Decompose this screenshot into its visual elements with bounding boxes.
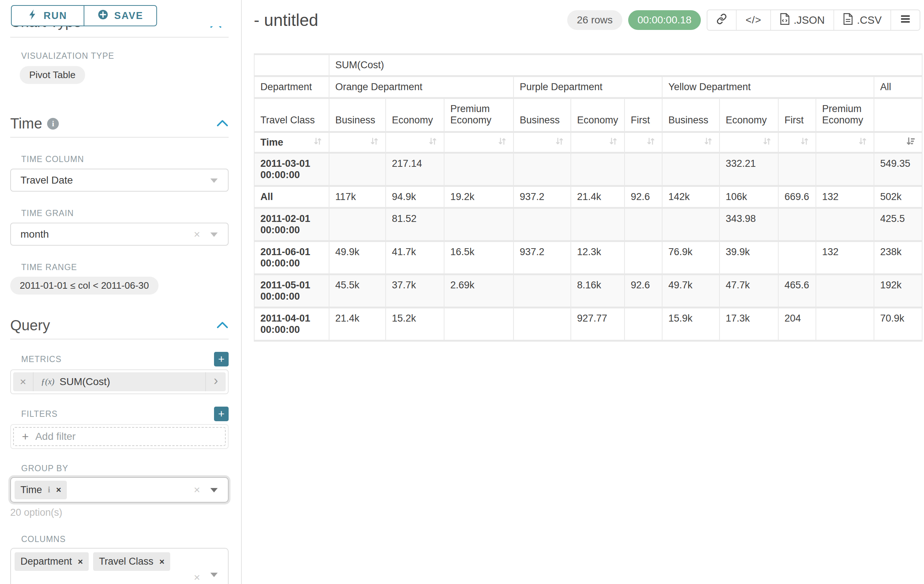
chart-title[interactable]: - untitled [254, 10, 318, 30]
metrics-container: × ƒ(x) SUM(Cost) › [10, 369, 229, 394]
sort-header[interactable] [386, 133, 444, 154]
metric-item[interactable]: × ƒ(x) SUM(Cost) › [13, 372, 226, 391]
add-filter-dropzone[interactable]: + Add filter [13, 427, 226, 446]
cell [625, 209, 663, 242]
chip-label: Time [20, 484, 42, 496]
collapse-chevron-icon[interactable] [216, 321, 229, 330]
share-link-button[interactable] [708, 10, 736, 30]
bolt-icon [28, 9, 38, 23]
collapse-chevron-icon[interactable] [216, 119, 229, 128]
query-timer-badge: 00:00:00.18 [628, 10, 701, 30]
cell [330, 154, 386, 187]
sort-both-icon[interactable] [646, 136, 656, 149]
sort-both-icon[interactable] [858, 136, 868, 149]
sort-both-icon[interactable] [762, 136, 772, 149]
time-column-value: Travel Date [20, 174, 73, 186]
cell: 92.6 [625, 275, 663, 308]
visualization-type-label: VISUALIZATION TYPE [21, 51, 229, 61]
time-range-value[interactable]: 2011-01-01 ≤ col < 2011-06-30 [10, 277, 158, 294]
sort-header[interactable] [625, 133, 663, 154]
sort-both-icon[interactable] [428, 136, 438, 149]
run-button[interactable]: RUN [11, 5, 84, 26]
sort-header[interactable] [720, 133, 779, 154]
cell [779, 242, 816, 275]
file-icon [843, 13, 853, 27]
travel-class-header-row: Travel Class Business Economy Premium Ec… [254, 99, 922, 133]
sort-header[interactable] [816, 133, 874, 154]
remove-chip-icon[interactable]: × [78, 557, 83, 567]
class-header: Business [663, 99, 720, 133]
row-header: 2011-02-01 00:00:00 [254, 209, 330, 242]
sort-both-icon[interactable] [799, 136, 810, 149]
expand-metric-icon[interactable]: › [205, 372, 226, 391]
add-filter-button[interactable]: + [214, 406, 229, 421]
clear-icon[interactable]: × [193, 571, 200, 584]
sort-both-icon[interactable] [369, 136, 380, 149]
group-by-select[interactable]: Time i × × [10, 477, 229, 503]
sort-both-icon[interactable] [608, 136, 618, 149]
cell: 21.4k [330, 308, 386, 340]
sort-both-icon[interactable] [554, 136, 564, 149]
class-header: Economy [571, 99, 625, 133]
sort-header[interactable] [514, 133, 571, 154]
remove-chip-icon[interactable]: × [56, 485, 61, 495]
corner-cell [254, 55, 330, 77]
cell: 937.2 [514, 187, 571, 209]
cell [816, 154, 874, 187]
view-query-button[interactable]: </> [736, 10, 770, 30]
time-range-label: TIME RANGE [21, 262, 229, 272]
link-icon [716, 13, 727, 27]
filters-label: FILTERS [21, 409, 58, 419]
add-filter-text: Add filter [35, 431, 76, 443]
add-metric-button[interactable]: + [214, 352, 229, 367]
metrics-label: METRICS [21, 354, 62, 364]
visualization-type-value[interactable]: Pivot Table [20, 66, 85, 84]
sort-header[interactable] [444, 133, 514, 154]
group-by-chip[interactable]: Time i × [15, 481, 67, 499]
cell: 927.77 [571, 308, 625, 340]
sort-header[interactable] [330, 133, 386, 154]
row-header: 2011-05-01 00:00:00 [254, 275, 330, 308]
clear-icon[interactable]: × [193, 484, 200, 496]
class-header: First [625, 99, 663, 133]
columns-chip[interactable]: Department × [15, 552, 89, 571]
remove-metric-icon[interactable]: × [13, 372, 34, 391]
cell [444, 209, 514, 242]
sort-both-icon[interactable] [497, 136, 507, 149]
sort-desc-icon[interactable] [906, 136, 916, 149]
columns-chip[interactable]: Travel Class × [93, 552, 170, 571]
time-section-title: Time [10, 115, 42, 132]
class-header: Premium Economy [816, 99, 874, 133]
sort-header[interactable] [663, 133, 720, 154]
cell: 117k [330, 187, 386, 209]
metric-name: SUM(Cost) [59, 376, 110, 388]
time-grain-select[interactable]: month × [10, 223, 229, 246]
export-csv-button[interactable]: .CSV [833, 10, 890, 30]
cell: 94.9k [386, 187, 444, 209]
time-sort-header[interactable]: Time [254, 133, 330, 154]
time-column-select[interactable]: Travel Date [10, 169, 229, 192]
save-button[interactable]: SAVE [84, 5, 157, 26]
save-label: SAVE [114, 10, 144, 21]
sort-both-icon[interactable] [313, 136, 323, 149]
sort-header[interactable] [571, 133, 625, 154]
cell [779, 209, 816, 242]
columns-select[interactable]: Department × Travel Class × × [10, 548, 229, 584]
sort-header-active[interactable] [874, 133, 922, 154]
cell: 39.9k [720, 242, 779, 275]
cell [816, 209, 874, 242]
cell: 204 [779, 308, 816, 340]
columns-label: COLUMNS [21, 535, 229, 544]
cell: 8.16k [571, 275, 625, 308]
clear-icon[interactable]: × [193, 228, 200, 240]
cell: 37.7k [386, 275, 444, 308]
sort-both-icon[interactable] [703, 136, 713, 149]
more-menu-button[interactable] [890, 10, 920, 30]
time-section-header[interactable]: Time i [10, 115, 229, 132]
export-json-button[interactable]: .JSON [770, 10, 833, 30]
sort-header[interactable] [779, 133, 816, 154]
class-header: Premium Economy [444, 99, 514, 133]
row-dim-header: Department [254, 77, 330, 99]
remove-chip-icon[interactable]: × [159, 557, 164, 567]
query-section-header[interactable]: Query [10, 317, 229, 334]
